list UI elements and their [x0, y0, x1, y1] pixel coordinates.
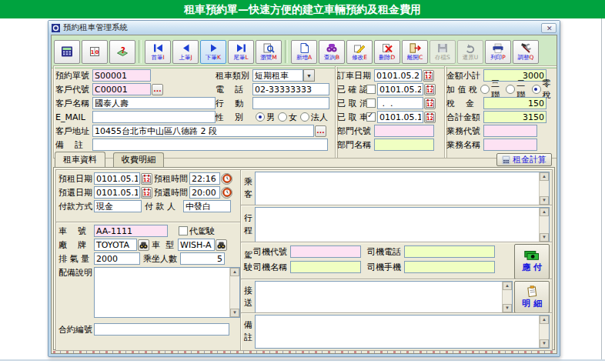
tax-field[interactable] — [483, 97, 547, 109]
scrollbar[interactable]: ▲ ▼ — [539, 172, 549, 205]
canceled-checkbox[interactable] — [366, 99, 376, 108]
email-field[interactable] — [92, 111, 216, 123]
vat-radio-duplicate[interactable] — [506, 85, 515, 94]
picked-date-field[interactable] — [377, 111, 423, 123]
phone-field[interactable] — [252, 83, 329, 95]
rent-calc-button[interactable]: 租金計算 — [496, 153, 552, 166]
displacement-field[interactable] — [94, 252, 140, 265]
toolbar-button-last[interactable]: 尾筆L — [228, 40, 254, 64]
toolbar-button-delete[interactable]: 刪除D — [374, 40, 400, 64]
calendar-icon[interactable]: 12 — [424, 84, 436, 95]
rent-type-field[interactable] — [252, 69, 303, 82]
canceled-date-field[interactable] — [377, 97, 423, 109]
return-date-field[interactable] — [94, 186, 140, 199]
return-time-field[interactable] — [189, 186, 220, 199]
contract-no-field[interactable] — [94, 323, 229, 336]
close-icon[interactable]: ✕ — [541, 23, 557, 33]
scroll-down-icon[interactable]: ▼ — [230, 309, 239, 317]
dept-name-field[interactable] — [374, 139, 434, 151]
book-date-field[interactable] — [374, 69, 422, 82]
calendar-icon[interactable]: 12 — [424, 112, 436, 123]
toolbar-button-query[interactable]: 查詢B — [319, 40, 345, 64]
brand-search-icon[interactable] — [138, 239, 149, 251]
pickup-textarea[interactable]: ▲ ▼ — [255, 281, 513, 313]
toolbar-button-adjust[interactable]: 調整Q — [513, 40, 539, 64]
toolbar-button-first[interactable]: 首筆I — [145, 40, 171, 64]
confirmed-date-field[interactable] — [377, 83, 423, 95]
toolbar-button-next[interactable]: 下筆K — [200, 40, 226, 64]
scroll-up-icon[interactable]: ▲ — [540, 172, 549, 181]
pay-method-field[interactable] — [94, 200, 142, 212]
tab-billing-detail[interactable]: 收費明細 — [113, 152, 164, 167]
picked-checkbox[interactable] — [366, 112, 376, 122]
driver-mobile-field[interactable] — [404, 261, 495, 273]
scrollbar[interactable]: ▲ ▼ — [539, 316, 549, 348]
gender-radio-female[interactable] — [278, 112, 287, 122]
driver-phone-field[interactable] — [404, 245, 495, 258]
customer-code-field[interactable] — [92, 83, 151, 95]
seats-field[interactable] — [180, 252, 225, 265]
mobile-field[interactable] — [252, 97, 329, 109]
scroll-up-icon[interactable]: ▲ — [540, 316, 549, 324]
help-button[interactable]: ? — [109, 40, 135, 64]
equipment-textarea[interactable]: ▲ ▼ — [94, 267, 240, 318]
sales-code-field[interactable] — [483, 125, 537, 137]
passenger-textarea[interactable]: ▲ ▼ — [255, 172, 550, 205]
tab-rental-data[interactable]: 租車資料 — [55, 152, 105, 167]
payer-field[interactable] — [183, 200, 231, 212]
scrollbar[interactable]: ▲ ▼ — [539, 208, 549, 242]
note-textarea[interactable]: ▲ ▼ — [255, 315, 550, 349]
scroll-up-icon[interactable]: ▲ — [540, 208, 549, 216]
calendar-icon[interactable]: 12 — [423, 70, 434, 82]
scrollbar[interactable]: ▲ ▼ — [229, 268, 239, 317]
vat-radio-zero[interactable] — [532, 85, 541, 94]
dept-code-field[interactable] — [374, 125, 434, 137]
itinerary-textarea[interactable]: ▲ ▼ — [255, 207, 550, 242]
customer-lookup-button[interactable]: ... — [152, 84, 163, 95]
driver-code-field[interactable] — [290, 245, 361, 258]
detail-button[interactable]: 明 細 — [514, 281, 550, 313]
chevron-down-icon[interactable]: ▼ — [303, 69, 315, 82]
memo-field[interactable] — [92, 139, 328, 151]
sales-name-field[interactable] — [483, 139, 537, 151]
vat-radio-triplicate[interactable] — [480, 85, 490, 94]
pickup-time-field[interactable] — [189, 172, 220, 185]
address-field[interactable] — [92, 125, 314, 137]
scroll-down-icon[interactable]: ▼ — [540, 196, 549, 205]
scroll-up-icon[interactable]: ▲ — [230, 268, 239, 276]
calendar-icon[interactable]: 12 — [141, 187, 152, 199]
scroll-down-icon[interactable]: ▼ — [540, 233, 549, 242]
clock-icon[interactable] — [221, 187, 232, 199]
toolbar-button-print[interactable]: 列印P — [485, 40, 511, 64]
chauffeur-checkbox[interactable] — [179, 226, 188, 235]
customer-name-field[interactable] — [92, 97, 216, 109]
scroll-down-icon[interactable]: ▼ — [503, 304, 512, 312]
clock-icon[interactable] — [221, 173, 232, 185]
pickup-date-field[interactable] — [94, 172, 140, 185]
scroll-down-icon[interactable]: ▼ — [540, 339, 549, 348]
model-search-icon[interactable] — [216, 239, 227, 251]
toolbar-button-prev[interactable]: 上筆J — [172, 40, 199, 64]
brand-field[interactable] — [94, 239, 137, 251]
scroll-up-icon[interactable]: ▲ — [503, 282, 512, 290]
order-no-field[interactable] — [92, 69, 151, 82]
total-field[interactable] — [483, 111, 547, 123]
toolbar-button-browse[interactable]: 瀏覽M — [256, 40, 282, 64]
toolbar-button-new[interactable]: 新增A — [291, 40, 317, 64]
gender-radio-corporate[interactable] — [300, 112, 309, 122]
model-field[interactable] — [178, 239, 215, 251]
calendar-icon[interactable]: 12 — [141, 173, 152, 185]
plate-field[interactable] — [94, 225, 168, 237]
confirmed-checkbox[interactable] — [366, 85, 376, 94]
calculator-button[interactable] — [54, 40, 80, 64]
payable-button[interactable]: 應 付 — [514, 244, 550, 279]
notepad-button[interactable]: 10 — [82, 40, 108, 64]
address-lookup-button[interactable]: ... — [315, 125, 326, 137]
toolbar-button-modify[interactable]: 修改E — [346, 40, 373, 64]
driver-name-field[interactable] — [290, 261, 361, 273]
gender-radio-male[interactable] — [256, 112, 265, 122]
calculator-small-icon — [502, 155, 510, 165]
scrollbar[interactable]: ▲ ▼ — [502, 282, 512, 312]
toolbar-button-exit[interactable]: 離開C — [402, 40, 428, 64]
calendar-icon[interactable]: 12 — [424, 98, 436, 109]
